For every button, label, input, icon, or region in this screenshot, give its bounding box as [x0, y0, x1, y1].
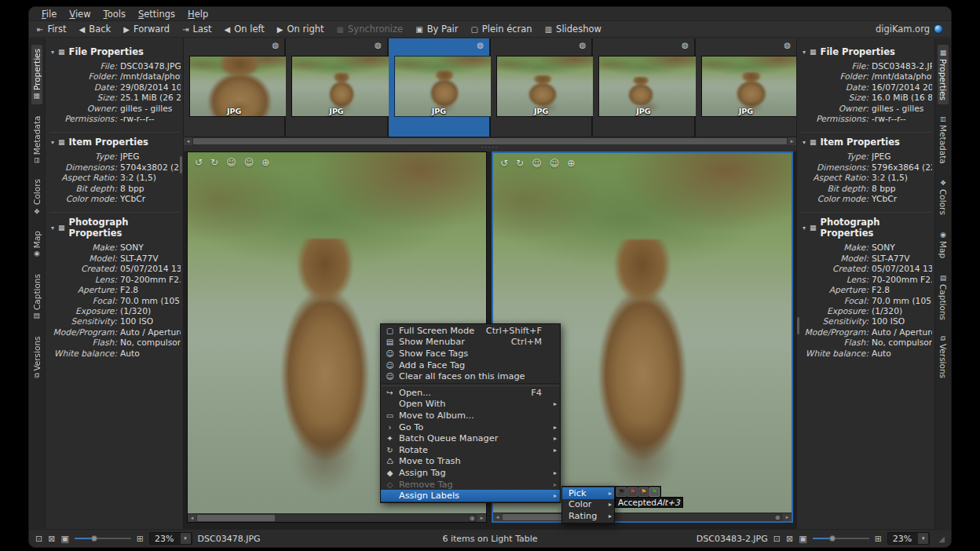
- context-menu-item[interactable]: ◆ Assign Tag: [381, 467, 560, 479]
- context-menu-item[interactable]: ☺ Show Face Tags: [381, 348, 560, 359]
- context-menu-item[interactable]: ◇ Remove Tag: [381, 479, 560, 491]
- panel-scrollbar[interactable]: [180, 38, 183, 529]
- menubar-item[interactable]: Settings: [132, 8, 181, 20]
- context-menu-item[interactable]: ☺ Add a Face Tag: [381, 359, 560, 371]
- right-zoom-slider[interactable]: [813, 535, 869, 542]
- toolbar-button[interactable]: ▦ Synchronize: [337, 24, 404, 35]
- context-menu-item[interactable]: ▤ Show Menubar Ctrl+M: [381, 337, 560, 348]
- scrollbar-thumb[interactable]: [193, 138, 787, 144]
- pick-flag-button[interactable]: ⚑: [638, 487, 649, 497]
- sidebar-tab[interactable]: ❖ Colors: [31, 175, 42, 219]
- scroll-right-icon[interactable]: ▸: [477, 514, 486, 522]
- digikam-brand-link[interactable]: digiKam.org: [876, 24, 943, 35]
- zoom-mode-icon[interactable]: ▣: [60, 534, 68, 544]
- context-menu-item[interactable]: ↻ Rotate: [381, 444, 560, 456]
- pane-tool-icon[interactable]: ↻: [210, 157, 218, 168]
- submenu-item[interactable]: Rating: [562, 510, 614, 522]
- menubar-item[interactable]: View: [63, 8, 97, 20]
- pick-flag-button[interactable]: ⚑: [627, 487, 638, 497]
- chevron-down-icon[interactable]: ▾: [918, 533, 928, 544]
- scroll-left-icon[interactable]: ◂: [493, 513, 502, 521]
- toolbar-button[interactable]: ◀ Back: [79, 24, 112, 35]
- thumbnail[interactable]: ◍ JPG: [286, 38, 386, 137]
- submenu-item[interactable]: Pick: [562, 487, 614, 499]
- sidebar-tab[interactable]: ◉ Map: [938, 227, 949, 262]
- context-menu-item[interactable]: ♺ Move to Trash: [381, 456, 560, 468]
- collapse-icon[interactable]: ▾: [51, 139, 54, 146]
- sidebar-tab[interactable]: ⧉ Versions: [31, 332, 42, 382]
- sidebar-tab[interactable]: ▦ Properties: [31, 45, 42, 104]
- context-menu-item[interactable]: › Go To: [381, 421, 560, 433]
- toolbar-button[interactable]: ▥ Slideshow: [545, 24, 602, 35]
- resize-grip[interactable]: ◢: [938, 535, 945, 543]
- thumbbar-scrollbar[interactable]: ◂ ▸: [184, 137, 796, 145]
- thumbnail[interactable]: ◍ JPG: [389, 38, 489, 137]
- sidebar-tab[interactable]: ◉ Map: [31, 227, 42, 262]
- scrollbar-thumb[interactable]: [797, 317, 799, 334]
- toolbar-button[interactable]: ▶ Forward: [123, 24, 170, 35]
- context-menu-item[interactable]: [382, 383, 559, 386]
- thumbnail[interactable]: ◍ JPG: [593, 38, 693, 137]
- pane-scrollbar[interactable]: ◂ ⊕ ▸: [493, 513, 792, 521]
- pick-flag-button[interactable]: ⚑: [649, 487, 660, 497]
- context-menu-item[interactable]: ▢ Full Screen Mode Ctrl+Shift+F: [381, 325, 560, 337]
- zoom-mode-icon[interactable]: ⊠: [786, 534, 793, 544]
- sidebar-tab[interactable]: ▤ Captions: [938, 270, 949, 324]
- toolbar-button[interactable]: ▢ Plein écran: [470, 24, 532, 35]
- context-menu-item[interactable]: Assign Labels: [381, 490, 560, 502]
- scroll-right-icon[interactable]: ▸: [788, 137, 796, 145]
- sidebar-tab[interactable]: ▤ Captions: [31, 270, 42, 324]
- section-header[interactable]: ▾ ▦ Item Properties: [49, 135, 181, 151]
- sidebar-tab[interactable]: ❖ Colors: [938, 175, 949, 219]
- scroll-right-icon[interactable]: ▸: [783, 513, 792, 521]
- slider-thumb[interactable]: [829, 535, 836, 542]
- zoom-select-icon[interactable]: ⊞: [875, 534, 882, 544]
- left-zoom-slider[interactable]: [75, 535, 131, 542]
- scrollbar-thumb[interactable]: [197, 515, 275, 521]
- section-header[interactable]: ▾ ▦ File Properties: [801, 45, 932, 61]
- toolbar-button[interactable]: ▣ By Pair: [415, 24, 458, 35]
- pan-icon[interactable]: ⊕: [773, 513, 782, 521]
- pane-tool-icon[interactable]: ⊕: [261, 157, 269, 168]
- menubar-item[interactable]: Help: [181, 8, 214, 20]
- pane-tool-icon[interactable]: ⊕: [567, 158, 575, 169]
- menubar-item[interactable]: Tools: [97, 8, 132, 20]
- pane-tool-icon[interactable]: ↺: [195, 157, 203, 168]
- toolbar-button[interactable]: ⇥ Last: [182, 24, 211, 35]
- section-header[interactable]: ▾ ▦ Item Properties: [801, 135, 932, 151]
- sidebar-tab[interactable]: ⊟ Metadata: [938, 112, 949, 167]
- scrollbar-thumb[interactable]: [180, 156, 182, 173]
- splitter-handle[interactable]: ·····: [184, 145, 796, 151]
- pick-flag-button[interactable]: ⚑: [616, 487, 627, 497]
- menubar-item[interactable]: File: [35, 8, 63, 20]
- panel-scrollbar[interactable]: [797, 38, 800, 529]
- context-menu-item[interactable]: ☺ Clear all faces on this image: [381, 370, 560, 382]
- pane-tool-icon[interactable]: ↺: [500, 158, 508, 169]
- thumbnail[interactable]: ◍ JPG: [491, 38, 591, 137]
- toolbar-button[interactable]: ◀ On left: [225, 24, 265, 35]
- zoom-select-icon[interactable]: ⊞: [137, 534, 144, 544]
- section-header[interactable]: ▾ ▦ Photograph Properties: [801, 215, 932, 243]
- zoom-mode-icon[interactable]: ⊡: [773, 534, 781, 544]
- section-header[interactable]: ▾ ▦ Photograph Properties: [49, 215, 181, 243]
- collapse-icon[interactable]: ▾: [803, 139, 806, 146]
- submenu-item[interactable]: Color: [562, 499, 614, 511]
- pan-icon[interactable]: ⊕: [467, 514, 477, 522]
- left-zoom-combo[interactable]: 23% ▾: [149, 532, 192, 545]
- context-menu-item[interactable]: ↪ Open... F4: [381, 387, 560, 399]
- section-header[interactable]: ▾ ▦ File Properties: [49, 45, 181, 61]
- pane-scrollbar[interactable]: ◂ ⊕ ▸: [188, 513, 486, 522]
- thumbnail[interactable]: ◍ JPG: [184, 38, 284, 137]
- thumbnail[interactable]: ◍ JPG: [696, 38, 796, 137]
- collapse-icon[interactable]: ▾: [803, 224, 806, 232]
- collapse-icon[interactable]: ▾: [51, 49, 54, 56]
- context-menu-item[interactable]: ▭ Move to Album...: [381, 410, 560, 421]
- pane-tool-icon[interactable]: ☺: [226, 157, 236, 168]
- chevron-down-icon[interactable]: ▾: [181, 533, 191, 544]
- toolbar-button[interactable]: ⇤ First: [37, 24, 67, 35]
- collapse-icon[interactable]: ▾: [51, 224, 54, 232]
- right-zoom-combo[interactable]: 23% ▾: [887, 532, 930, 545]
- zoom-mode-icon[interactable]: ⊡: [35, 534, 42, 544]
- toolbar-button[interactable]: ▶ On right: [277, 24, 324, 35]
- scroll-left-icon[interactable]: ◂: [184, 137, 192, 145]
